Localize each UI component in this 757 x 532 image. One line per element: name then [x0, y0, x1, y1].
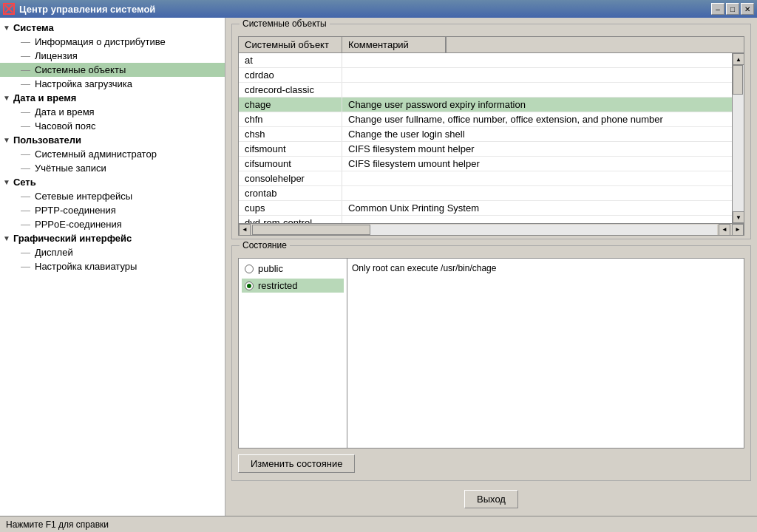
sidebar-item-accounts[interactable]: — Учётные записи: [0, 161, 225, 175]
status-title: Состояние: [240, 240, 290, 250]
app-icon: [3, 3, 15, 15]
sidebar-item-timezone[interactable]: — Часовой пояс: [0, 119, 225, 133]
table-cell-comment: CIFS filesystem mount helper: [342, 142, 732, 156]
table-cell-comment: [342, 186, 732, 200]
sidebar-group-label-network: ▼ Сеть: [0, 175, 225, 189]
sidebar-group-datetime: ▼ Дата и время — Дата и время — Часовой …: [0, 91, 225, 133]
expand-icon-users: ▼: [3, 136, 10, 144]
status-group: Состояние public restricted Only root ca…: [231, 245, 751, 481]
table-row[interactable]: chfn Change user fullname, office number…: [239, 112, 732, 127]
column-name-header: Системный объект: [239, 37, 342, 52]
table-row[interactable]: chage Change user password expiry inform…: [239, 98, 732, 112]
system-objects-group: Системные объекты Системный объект Комме…: [231, 24, 751, 239]
table-cell-name: chsh: [239, 127, 342, 141]
table-cell-comment: [342, 68, 732, 82]
table-row[interactable]: consolehelper: [239, 171, 732, 186]
table-row[interactable]: dvd-rom-control: [239, 216, 732, 223]
radio-restricted-label: restricted: [258, 280, 297, 291]
status-content: public restricted Only root can execute …: [238, 258, 744, 449]
radio-panel: public restricted: [238, 258, 347, 449]
sidebar-item-system-objects[interactable]: — Системные объекты: [0, 63, 225, 77]
table-row[interactable]: at: [239, 53, 732, 68]
maximize-button[interactable]: □: [726, 3, 739, 15]
right-panel: Системные объекты Системный объект Комме…: [225, 18, 757, 516]
scroll-thumb[interactable]: [733, 65, 743, 95]
sidebar-item-interfaces[interactable]: — Сетевые интерфейсы: [0, 189, 225, 203]
scroll-up-button[interactable]: ▲: [733, 53, 744, 65]
radio-restricted-circle[interactable]: [245, 282, 254, 290]
table-cell-name: dvd-rom-control: [239, 216, 342, 223]
sidebar-item-date-time[interactable]: — Дата и время: [0, 105, 225, 119]
vertical-scrollbar[interactable]: ▲ ▼: [732, 53, 744, 223]
h-scroll-right-button1[interactable]: ◄: [719, 224, 730, 236]
change-status-button[interactable]: Изменить состояние: [238, 454, 355, 473]
title-bar: Центр управления системой – □ ✕: [0, 0, 757, 18]
exit-button[interactable]: Выход: [464, 490, 518, 508]
sidebar-item-distrib-info[interactable]: — Информация о дистрибутиве: [0, 35, 225, 49]
table-body[interactable]: at cdrdao cdrecord-classic chage Change …: [239, 53, 732, 223]
sidebar-item-pppoe[interactable]: — PPPoE-соединения: [0, 217, 225, 231]
status-bar: Нажмите F1 для справки: [0, 516, 757, 532]
table-body-wrapper: at cdrdao cdrecord-classic chage Change …: [239, 53, 744, 223]
scroll-down-button[interactable]: ▼: [733, 211, 744, 223]
h-scroll-right-arrows: ◄ ►: [719, 224, 744, 236]
table-row[interactable]: cdrdao: [239, 68, 732, 83]
window-controls: – □ ✕: [711, 3, 754, 15]
h-scroll-track: [252, 225, 717, 235]
table-cell-comment: [342, 83, 732, 97]
table-cell-comment: [342, 171, 732, 185]
sidebar-item-admin[interactable]: — Системный администратор: [0, 147, 225, 161]
status-bar-text: Нажмите F1 для справки: [6, 519, 109, 530]
table-cell-name: at: [239, 53, 342, 67]
sidebar-group-label-datetime: ▼ Дата и время: [0, 91, 225, 105]
minimize-button[interactable]: –: [711, 3, 724, 15]
sidebar-item-license[interactable]: — Лицензия: [0, 49, 225, 63]
table-cell-name: crontab: [239, 186, 342, 200]
table-row[interactable]: cdrecord-classic: [239, 83, 732, 98]
sidebar-group-label-gui: ▼ Графический интерфейс: [0, 231, 225, 245]
sidebar-item-bootloader[interactable]: — Настройка загрузчика: [0, 77, 225, 91]
system-objects-title: Системные объекты: [240, 18, 330, 29]
window-title: Центр управления системой: [19, 4, 155, 15]
h-scroll-thumb[interactable]: [252, 225, 370, 235]
expand-icon-datetime: ▼: [3, 94, 10, 102]
expand-icon-gui: ▼: [3, 234, 10, 242]
table-cell-comment: Change the user login shell: [342, 127, 732, 141]
status-buttons: Изменить состояние: [238, 449, 744, 474]
sidebar: ▼ Система — Информация о дистрибутиве — …: [0, 18, 225, 516]
h-scroll-left-button[interactable]: ◄: [239, 224, 251, 236]
expand-icon-network: ▼: [3, 178, 10, 186]
horizontal-scrollbar[interactable]: ◄ ◄ ►: [239, 223, 744, 235]
radio-public-circle[interactable]: [245, 265, 254, 273]
sidebar-item-display[interactable]: — Дисплей: [0, 245, 225, 259]
sidebar-group-users: ▼ Пользователи — Системный администратор…: [0, 133, 225, 175]
system-objects-table: Системный объект Комментарий at cdrdao c…: [238, 36, 744, 236]
table-row[interactable]: cups Common Unix Printing System: [239, 201, 732, 216]
status-description: Only root can execute /usr/bin/chage: [347, 258, 744, 449]
table-cell-name: chage: [239, 98, 342, 112]
table-cell-comment: Change user password expiry information: [342, 98, 732, 112]
table-cell-comment: [342, 216, 732, 223]
table-cell-name: cifsumount: [239, 157, 342, 171]
table-cell-name: cups: [239, 201, 342, 215]
radio-public[interactable]: public: [242, 262, 344, 276]
sidebar-group-network: ▼ Сеть — Сетевые интерфейсы — PPTP-соеди…: [0, 175, 225, 231]
table-cell-comment: CIFS filesystem umount helper: [342, 157, 732, 171]
sidebar-group-label-users: ▼ Пользователи: [0, 133, 225, 147]
table-cell-name: cdrdao: [239, 68, 342, 82]
sidebar-group-label-system: ▼ Система: [0, 21, 225, 35]
table-cell-comment: [342, 53, 732, 67]
h-scroll-right-button2[interactable]: ►: [732, 224, 744, 236]
radio-restricted[interactable]: restricted: [242, 279, 344, 293]
table-row[interactable]: chsh Change the user login shell: [239, 127, 732, 142]
sidebar-group-gui: ▼ Графический интерфейс — Дисплей — Наст…: [0, 231, 225, 273]
table-row[interactable]: cifsumount CIFS filesystem umount helper: [239, 157, 732, 171]
sidebar-item-keyboard[interactable]: — Настройка клавиатуры: [0, 259, 225, 273]
table-row[interactable]: crontab: [239, 186, 732, 201]
close-button[interactable]: ✕: [741, 3, 754, 15]
table-row[interactable]: cifsmount CIFS filesystem mount helper: [239, 142, 732, 157]
sidebar-item-pptp[interactable]: — PPTP-соединения: [0, 203, 225, 217]
column-comment-header: Комментарий: [342, 37, 446, 52]
main-buttons: Выход: [231, 487, 751, 510]
table-cell-name: consolehelper: [239, 171, 342, 185]
